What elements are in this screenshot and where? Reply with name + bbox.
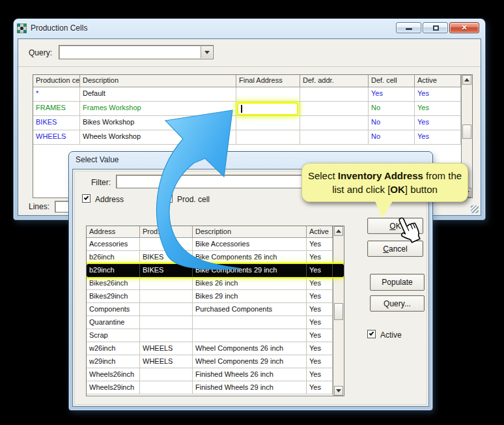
scroll-up-button[interactable] <box>462 75 471 85</box>
grid-cell <box>140 368 193 381</box>
table-row[interactable]: BIKESBikes WorkshopNoYes <box>33 116 472 130</box>
grid-cell: Yes <box>415 116 461 130</box>
scrollbar-thumb[interactable] <box>334 303 343 320</box>
grid-cell <box>236 116 300 130</box>
grid-cell: Quarantine <box>87 316 140 329</box>
scroll-up-icon <box>464 78 469 81</box>
production-cells-window-icon <box>17 23 27 33</box>
address-checkbox-label: Address <box>95 195 124 204</box>
scroll-down-icon <box>336 389 341 392</box>
final-address-highlighted-cell[interactable] <box>237 102 298 115</box>
ok-button[interactable]: OK <box>367 218 423 234</box>
column-header[interactable]: Def. addr. <box>300 75 369 87</box>
checkmark-icon <box>84 195 89 200</box>
select-grid-scrollbar[interactable] <box>333 226 344 396</box>
grid-cell: BIKES <box>33 116 80 130</box>
grid-cell: Scrap <box>87 329 140 342</box>
column-header[interactable]: Def. cell <box>369 75 415 87</box>
address-checkbox[interactable] <box>82 194 91 203</box>
prodcell-checkbox[interactable] <box>164 194 173 203</box>
grid-cell: Yes <box>307 316 333 329</box>
grid-cell: FRAMES <box>33 102 80 116</box>
list-row[interactable]: AccessoriesBike AccessoriesYes <box>87 238 344 251</box>
column-header[interactable]: Active <box>307 226 333 238</box>
grid-cell <box>300 116 369 130</box>
column-header[interactable]: Active <box>415 75 461 87</box>
instruction-callout: Select Inventory Address from the list a… <box>301 163 468 202</box>
list-row[interactable]: b26inchBIKESBike Components 26 inchYes <box>87 251 344 264</box>
grid-cell: w26inch <box>87 342 140 355</box>
selected-list-row[interactable]: b29inchBIKESBike Components 29 inchYes <box>87 264 344 277</box>
list-row[interactable]: QuarantineYes <box>87 316 344 329</box>
grid-cell: Frames Workshop <box>80 102 236 116</box>
list-row[interactable]: ScrapYes <box>87 329 344 342</box>
query-button[interactable]: Query... <box>370 295 425 312</box>
list-row[interactable]: Bikes26inchBikes 26 inchYes <box>87 277 344 290</box>
grid-cell <box>140 303 193 316</box>
grid-cell: Wheels Workshop <box>80 130 236 145</box>
query-combobox[interactable] <box>59 45 214 59</box>
populate-button[interactable]: Populate <box>370 274 425 291</box>
grid-cell: Finished Wheels 26 inch <box>193 368 307 381</box>
grid-cell <box>140 381 193 394</box>
scrollbar-thumb[interactable] <box>462 125 471 139</box>
close-button[interactable]: ✕ <box>449 22 479 33</box>
grid-cell: Yes <box>307 303 333 316</box>
grid-cell: Components <box>87 303 140 316</box>
resize-grip[interactable] <box>471 205 479 213</box>
grid-cell: Yes <box>415 130 461 145</box>
select-value-grid: AddressProd.DescriptionActive Accessorie… <box>86 226 344 396</box>
grid-cell: Default <box>80 87 236 102</box>
table-row[interactable]: *DefaultYesYes <box>33 87 472 102</box>
list-row[interactable]: w26inchWHEELSWheel Components 26 inchYes <box>87 342 344 355</box>
grid-cell: Bikes29inch <box>87 290 140 303</box>
grid-cell <box>300 87 369 102</box>
grid-cell: No <box>369 130 415 145</box>
column-header[interactable]: Description <box>80 75 236 87</box>
grid-cell: * <box>33 87 80 102</box>
grid-cell <box>236 87 300 102</box>
scroll-up-button[interactable] <box>334 226 343 236</box>
column-header[interactable]: Description <box>193 226 307 238</box>
column-header[interactable]: Prod. <box>140 226 193 238</box>
grid-cell: Yes <box>415 87 461 102</box>
scroll-down-button[interactable] <box>334 386 343 396</box>
close-icon: ✕ <box>450 23 479 32</box>
table-row[interactable]: WHEELSWheels WorkshopNoYes <box>33 130 472 145</box>
column-header[interactable]: Address <box>87 226 140 238</box>
scroll-up-icon <box>336 229 341 233</box>
query-dropdown-button[interactable] <box>201 46 212 58</box>
list-row[interactable]: w29inchWHEELSWheel Components 29 inchYes <box>87 355 344 368</box>
grid-cell: b29inch <box>87 264 140 277</box>
text-caret <box>241 105 242 113</box>
production-cells-titlebar[interactable]: Production Cells ✕ <box>14 19 485 37</box>
maximize-button[interactable] <box>423 22 448 33</box>
grid-cell: Yes <box>369 87 415 102</box>
grid-cell: Purchased Components <box>193 303 307 316</box>
grid-cell <box>140 238 193 251</box>
grid-cell <box>140 290 193 303</box>
grid-cell: Bike Components 29 inch <box>193 264 307 277</box>
column-header[interactable]: Production cell <box>33 75 80 87</box>
grid-cell: Yes <box>307 251 333 264</box>
list-row[interactable]: Wheels29inchFinished Wheels 29 inchYes <box>87 381 344 394</box>
lines-label: Lines: <box>29 202 49 211</box>
list-row[interactable]: Wheels26inchFinished Wheels 26 inchYes <box>87 368 344 381</box>
grid-cell <box>140 329 193 342</box>
grid-cell: Bikes 29 inch <box>193 290 307 303</box>
grid-cell <box>140 277 193 290</box>
active-checkbox-label: Active <box>380 330 402 340</box>
active-checkbox[interactable] <box>367 330 376 338</box>
list-row[interactable]: Bikes29inchBikes 29 inchYes <box>87 290 344 303</box>
column-header[interactable]: Final Address <box>236 75 300 87</box>
dialog-title: Select Value <box>76 155 119 164</box>
minimize-button[interactable] <box>396 22 421 33</box>
grid-cell: WHEELS <box>33 130 80 145</box>
cancel-button[interactable]: Cancel <box>367 241 423 257</box>
grid-cell: Wheels26inch <box>87 368 140 381</box>
list-row[interactable]: ComponentsPurchased ComponentsYes <box>87 303 344 316</box>
grid-cell: Yes <box>307 329 333 342</box>
grid-cell: Yes <box>415 102 461 116</box>
query-label: Query: <box>29 48 52 57</box>
grid-cell: w29inch <box>87 355 140 368</box>
